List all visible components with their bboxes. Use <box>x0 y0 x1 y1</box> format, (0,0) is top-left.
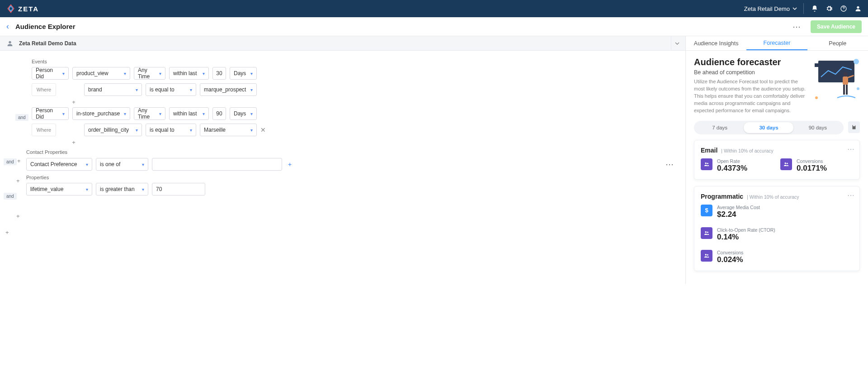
email-card-title: Email <box>701 147 717 154</box>
event-select[interactable]: in-store_purchase▾ <box>72 107 130 120</box>
chevron-down-icon: ▾ <box>86 162 88 167</box>
chevron-down-icon: ▾ <box>190 128 192 133</box>
time-select[interactable]: Any Time▾ <box>134 67 165 80</box>
forecast-period-switch: 7 days 30 days 90 days <box>694 121 844 134</box>
svg-rect-5 <box>818 61 854 82</box>
user-icon[interactable] <box>854 5 862 12</box>
add-where-button[interactable]: + <box>71 99 77 105</box>
prop-value-input[interactable]: 70 <box>152 183 205 196</box>
unit-select[interactable]: Days▾ <box>230 107 257 120</box>
chevron-down-icon: ▾ <box>62 111 65 116</box>
event-select[interactable]: product_view▾ <box>72 67 130 80</box>
chevron-down-icon: ▾ <box>124 71 126 76</box>
chevron-down-icon: ▾ <box>250 87 253 92</box>
period-7days[interactable]: 7 days <box>695 125 744 130</box>
where-field-value: order_billing_city <box>88 127 129 133</box>
prog-card-accuracy: | Within 10% of accuracy <box>747 194 799 200</box>
page-more-menu[interactable]: ⋯ <box>790 20 804 33</box>
event-value: in-store_purchase <box>76 110 120 117</box>
period-90days[interactable]: 90 days <box>793 125 842 130</box>
metric-value: 0.4373% <box>717 164 747 173</box>
period-30days[interactable]: 30 days <box>744 125 793 130</box>
event-value: product_view <box>76 70 108 76</box>
forecaster-title: Audience forecaster <box>694 57 806 67</box>
svg-point-4 <box>9 41 11 43</box>
chevron-down-icon: ▾ <box>142 162 144 167</box>
number-input[interactable]: 90 <box>212 107 226 120</box>
svg-point-3 <box>857 6 859 9</box>
svg-point-21 <box>705 254 707 256</box>
save-audience-button[interactable]: Save Audience <box>811 20 862 33</box>
prop-op-select[interactable]: is greater than▾ <box>96 183 148 196</box>
where-field-select[interactable]: brand▾ <box>84 83 142 96</box>
chevron-down-icon: ▾ <box>136 128 138 133</box>
contact-value-input[interactable] <box>152 158 282 171</box>
row-more-menu[interactable]: ⋯ <box>663 158 677 171</box>
add-where-button[interactable]: + <box>71 139 77 146</box>
where-field-select[interactable]: order_billing_city▾ <box>84 124 142 136</box>
within-select[interactable]: within last▾ <box>169 107 209 120</box>
save-icon <box>851 124 857 130</box>
prop-field-select[interactable]: lifetime_value▾ <box>26 183 92 196</box>
datasource-expand[interactable] <box>671 36 683 50</box>
metric-value: 0.14% <box>717 233 775 242</box>
contact-field-select[interactable]: Contact Preference▾ <box>26 158 92 171</box>
where-value-select[interactable]: Marseille▾ <box>200 124 257 136</box>
side-tabs: Audience Insights Forecaster People <box>686 36 868 51</box>
event-row: Person Did▾ product_view▾ Any Time▾ with… <box>32 67 677 80</box>
where-value: Marseille <box>204 127 226 133</box>
forecaster-illustration <box>810 57 860 102</box>
property-row: lifetime_value▾ is greater than▾ 70 <box>26 183 677 196</box>
gear-icon[interactable] <box>826 5 833 12</box>
add-value-button[interactable]: + <box>286 161 294 168</box>
properties-label: Properties <box>26 175 677 180</box>
card-more-menu[interactable]: ⋯ <box>847 191 855 200</box>
chevron-down-icon: ▾ <box>250 71 253 76</box>
number-input[interactable]: 30 <box>212 67 226 80</box>
prop-op-value: is greater than <box>100 186 135 192</box>
page-header: ‹ Audience Explorer ⋯ Save Audience <box>0 17 868 36</box>
unit-select[interactable]: Days▾ <box>230 67 257 80</box>
account-switcher[interactable]: Zeta Retail Demo <box>744 3 804 14</box>
svg-point-17 <box>785 162 787 164</box>
remove-condition-button[interactable]: ✕ <box>260 126 266 134</box>
help-icon[interactable] <box>840 5 847 12</box>
svg-point-18 <box>787 162 788 164</box>
chevron-down-icon: ▾ <box>250 111 253 116</box>
add-root-button[interactable]: + <box>5 229 9 236</box>
svg-rect-6 <box>815 63 818 67</box>
tab-audience-insights[interactable]: Audience Insights <box>686 36 746 50</box>
datasource-bar[interactable]: Zeta Retail Demo Data <box>0 36 685 51</box>
where-op-value: is equal to <box>150 127 175 133</box>
add-condition-button[interactable]: + <box>16 213 20 220</box>
metric-prog-conversions: Conversions 0.024% <box>701 250 769 264</box>
side-panel: Audience Insights Forecaster People Audi… <box>685 36 868 284</box>
action-select[interactable]: Person Did▾ <box>32 67 69 80</box>
chevron-down-icon: ▾ <box>62 71 65 76</box>
bell-icon[interactable] <box>811 5 818 12</box>
metric-label: Conversions <box>717 250 743 255</box>
tab-forecaster[interactable]: Forecaster <box>746 36 807 50</box>
number-value: 30 <box>216 70 222 76</box>
card-more-menu[interactable]: ⋯ <box>847 145 855 153</box>
people-icon <box>780 158 792 170</box>
back-button[interactable]: ‹ <box>6 22 9 31</box>
within-select[interactable]: within last▾ <box>169 67 209 80</box>
chevron-down-icon <box>793 6 797 11</box>
time-select[interactable]: Any Time▾ <box>134 107 165 120</box>
metric-value: 0.024% <box>717 255 743 264</box>
time-value: Any Time <box>138 67 156 80</box>
metric-ctor: Click-to-Open Rate (CTOR) 0.14% <box>701 227 775 242</box>
where-value-select[interactable]: marque_prospect▾ <box>200 83 257 96</box>
brand-text: ZETA <box>18 5 39 13</box>
where-value: marque_prospect <box>204 86 246 93</box>
save-forecast-button[interactable] <box>848 121 860 133</box>
action-select[interactable]: Person Did▾ <box>32 107 69 120</box>
metric-value: 0.0171% <box>797 164 827 173</box>
where-op-select[interactable]: is equal to▾ <box>146 124 196 136</box>
tab-people[interactable]: People <box>807 36 868 50</box>
query-builder: and and + + and + + Events Person Did▾ p… <box>0 51 685 217</box>
where-op-select[interactable]: is equal to▾ <box>146 83 196 96</box>
contact-op-select[interactable]: is one of▾ <box>96 158 148 171</box>
action-value: Person Did <box>36 107 60 120</box>
